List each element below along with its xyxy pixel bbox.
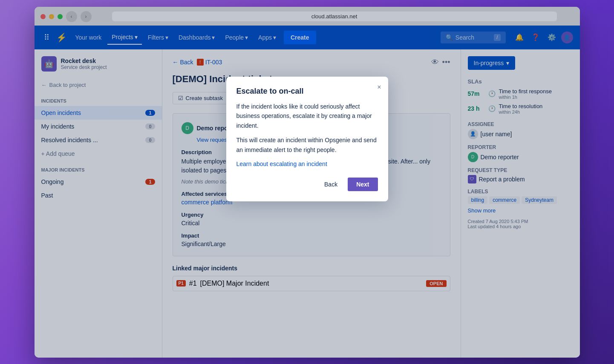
modal-back-button[interactable]: Back — [317, 178, 344, 191]
modal-title: Escalate to on-call — [236, 87, 378, 96]
modal-body-line2: This will create an incident within Opsg… — [236, 135, 378, 155]
modal-body: If the incident looks like it could seri… — [236, 102, 378, 155]
modal-overlay: Escalate to on-call × If the incident lo… — [0, 0, 614, 364]
modal-actions: Back Next — [236, 178, 378, 191]
escalate-modal: Escalate to on-call × If the incident lo… — [226, 77, 388, 201]
modal-body-line1: If the incident looks like it could seri… — [236, 102, 378, 130]
modal-learn-link[interactable]: Learn about escalating an incident — [236, 161, 378, 167]
modal-next-button[interactable]: Next — [348, 178, 378, 191]
modal-close-button[interactable]: × — [377, 83, 381, 91]
